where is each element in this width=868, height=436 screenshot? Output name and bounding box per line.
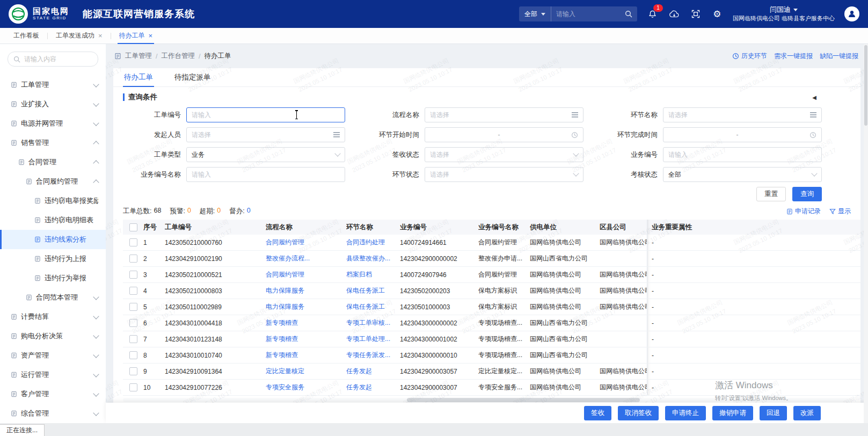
cloud-sync-button[interactable]: [668, 8, 680, 20]
table-row[interactable]: 31423050210000521合同履约管理档案归档1400724907946…: [123, 267, 860, 283]
row-checkbox[interactable]: [129, 255, 137, 263]
table-row[interactable]: 21423042910002190整改催办流程...县级整改催办...14230…: [123, 251, 860, 267]
table-cell-link[interactable]: 专项工单处理...: [346, 335, 400, 344]
sidebar-item[interactable]: 违约窃电明细表: [0, 210, 106, 230]
sidebar-item[interactable]: 合同管理: [0, 152, 106, 172]
row-checkbox[interactable]: [129, 351, 137, 359]
select-input[interactable]: 全部: [663, 167, 822, 182]
picker-input[interactable]: 请选择: [425, 107, 583, 122]
vertical-scrollbar-thumb[interactable]: [864, 45, 867, 126]
search-scope-select[interactable]: 全部: [519, 6, 551, 21]
select-input[interactable]: 请选择: [425, 147, 583, 162]
table-cell-link[interactable]: 任务发起: [346, 383, 400, 392]
table-cell-link[interactable]: 档案归档: [346, 270, 400, 279]
notifications-button[interactable]: 1: [647, 8, 659, 20]
global-search-input[interactable]: 请输入: [551, 10, 637, 19]
table-cell-link[interactable]: 新专项稽查: [266, 335, 346, 344]
table-row[interactable]: 101423042910077226专项安全服务任务发起142304290000…: [123, 380, 860, 396]
table-cell-link[interactable]: 专项安全服务: [266, 383, 346, 392]
collapse-panel-arrow-icon[interactable]: ◀: [812, 95, 816, 100]
table-cell-link[interactable]: 整改催办流程...: [266, 254, 346, 263]
row-checkbox[interactable]: [129, 367, 137, 375]
sidebar-item[interactable]: 销售管理: [0, 133, 106, 152]
select-input[interactable]: 请选择: [425, 167, 583, 182]
action-button[interactable]: 取消签收: [618, 406, 659, 420]
table-cell-link[interactable]: 合同违约处理: [346, 238, 400, 247]
search-button[interactable]: 查询: [792, 187, 822, 201]
table-row[interactable]: 91423042910091364定比定量核定任务发起1423042900003…: [123, 364, 860, 380]
table-cell-link[interactable]: 县级整改催办...: [346, 254, 400, 263]
settings-button[interactable]: ⚙: [711, 8, 723, 20]
avatar[interactable]: [844, 6, 859, 21]
content-tab[interactable]: 待办工单: [123, 68, 154, 86]
fullscreen-button[interactable]: [690, 8, 702, 20]
table-link[interactable]: 显示: [829, 207, 851, 216]
search-icon[interactable]: [625, 10, 632, 18]
select-input[interactable]: 业务: [186, 147, 345, 162]
table-row[interactable]: 51423050110002989电力保障服务保电任务派工14230501000…: [123, 299, 860, 315]
sidebar-item[interactable]: 运行管理: [0, 365, 106, 384]
sidebar-item[interactable]: 综合管理: [0, 404, 106, 423]
breadcrumb-item[interactable]: 工单管理: [125, 52, 152, 61]
picker-input[interactable]: 请选择: [663, 107, 822, 122]
table-cell-link[interactable]: 保电任务派工: [346, 286, 400, 295]
horizontal-scrollbar-thumb[interactable]: [407, 398, 640, 402]
row-checkbox[interactable]: [129, 335, 137, 343]
action-button[interactable]: 回退: [760, 406, 787, 420]
table-link[interactable]: 申请记录: [786, 207, 821, 216]
row-checkbox[interactable]: [129, 319, 137, 327]
row-checkbox[interactable]: [129, 238, 137, 246]
sidebar-item[interactable]: 合同履约管理: [0, 172, 106, 191]
table-row[interactable]: 41423050210000803电力保障服务保电任务派工14230502000…: [123, 283, 860, 299]
table-cell-link[interactable]: 任务发起: [346, 367, 400, 376]
text-input[interactable]: 请输入: [186, 107, 345, 122]
table-cell-link[interactable]: 专项任务派发...: [346, 351, 400, 360]
table-cell-link[interactable]: 新专项稽查: [266, 318, 346, 328]
sidebar-item[interactable]: 违约行为上报: [0, 249, 106, 268]
sidebar-item[interactable]: 违约窃电举报奖励: [0, 191, 106, 210]
row-checkbox[interactable]: [129, 383, 137, 391]
row-checkbox[interactable]: [129, 303, 137, 311]
table-cell-link[interactable]: 合同履约管理: [266, 270, 346, 279]
table-cell-link[interactable]: 合同履约管理: [266, 238, 346, 247]
table-cell-link[interactable]: 新专项稽查: [266, 351, 346, 360]
window-tab[interactable]: 工单发送成功×: [48, 28, 111, 43]
sidebar-item[interactable]: 违约线索分析: [0, 230, 106, 249]
select-all-checkbox[interactable]: [129, 223, 137, 231]
horizontal-scrollbar[interactable]: [123, 398, 851, 402]
table-cell-link[interactable]: 保电任务派工: [346, 302, 400, 311]
action-button[interactable]: 撤销申请: [712, 406, 753, 420]
table-row[interactable]: 61423043010004418新专项稽查专项工单审核...142304300…: [123, 315, 860, 331]
quick-link[interactable]: 缺陷一键提报: [820, 52, 858, 61]
table-row[interactable]: 11423050210000760合同履约管理合同违约处理14007249146…: [123, 235, 860, 251]
sidebar-item[interactable]: 违约行为举报: [0, 268, 106, 288]
quick-link[interactable]: 需求一键提报: [774, 52, 813, 61]
user-info[interactable]: 闫国迪 国网临猗供电公司 临猗县客户服务中心: [733, 5, 835, 22]
action-button[interactable]: 申请终止: [665, 406, 706, 420]
picker-input[interactable]: 请选择: [186, 127, 345, 142]
row-checkbox[interactable]: [129, 287, 137, 295]
breadcrumb-item[interactable]: 工作台管理: [161, 52, 195, 61]
text-input[interactable]: 请输入: [186, 167, 345, 182]
row-checkbox[interactable]: [129, 271, 137, 279]
daterange-input[interactable]: -: [663, 127, 822, 142]
daterange-input[interactable]: -: [425, 127, 583, 142]
vertical-scrollbar[interactable]: [864, 44, 868, 423]
sidebar-item[interactable]: 购电分析决策: [0, 326, 106, 346]
sidebar-item[interactable]: 资产管理: [0, 346, 106, 365]
sidebar-item[interactable]: 电源并网管理: [0, 114, 106, 133]
sidebar-item[interactable]: 计费结算: [0, 307, 106, 326]
table-row[interactable]: 81423043010010740新专项稽查专项任务派发...142304300…: [123, 347, 860, 364]
sidebar-item[interactable]: 客户管理: [0, 384, 106, 404]
action-button[interactable]: 改派: [793, 406, 821, 420]
window-tab[interactable]: 工作看板: [5, 28, 47, 43]
sidebar-item[interactable]: 工单管理: [0, 75, 106, 95]
quick-link[interactable]: 历史环节: [732, 52, 767, 61]
close-icon[interactable]: ×: [98, 32, 103, 39]
sidebar-item[interactable]: 业扩接入: [0, 95, 106, 114]
reset-button[interactable]: 重置: [756, 187, 786, 201]
table-row[interactable]: 71423043010123148新专项稽查专项工单处理...142304300…: [123, 331, 860, 347]
action-button[interactable]: 签收: [584, 406, 611, 420]
close-icon[interactable]: ×: [149, 32, 153, 39]
table-cell-link[interactable]: 定比定量核定: [266, 367, 346, 376]
